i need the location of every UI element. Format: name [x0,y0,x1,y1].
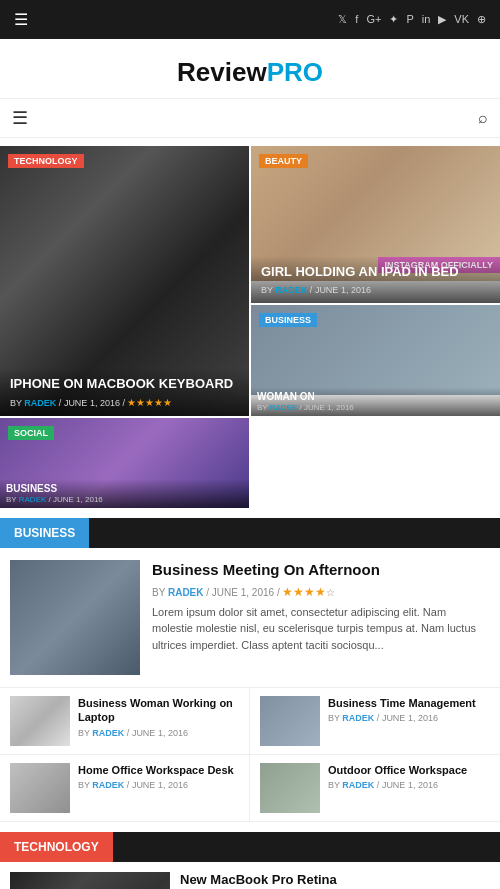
hero-main-meta: BY RADEK / JUNE 1, 2016 / ★★★★★ [10,397,239,408]
logo-text-black: Review [177,57,267,87]
small-article-image [10,696,70,746]
google-plus-icon[interactable]: G+ [366,13,381,26]
technology-article-title: New MacBook Pro Retina [180,872,490,889]
hero-main-caption: IPHONE ON MACBOOK KEYBOARD BY RADEK / JU… [0,368,249,416]
list-item[interactable]: Business Time Management BY RADEK / JUNE… [250,688,500,755]
technology-section-header: TECHNOLOGY [0,832,500,862]
site-logo[interactable]: ReviewPRO [0,57,500,88]
hero-main-item[interactable]: TECHNOLOGY IPHONE ON MACBOOK KEYBOARD BY… [0,146,249,416]
hero-top-right-item[interactable]: BEAUTY INSTAGRAM OFFICIALLY GIRL HOLDING… [251,146,500,303]
hamburger-menu-icon[interactable]: ☰ [14,10,28,29]
featured-article-content: Business Meeting On Afternoon BY RADEK /… [152,560,490,675]
small-articles-grid: Business Woman Working on Laptop BY RADE… [0,688,500,822]
logo-text-blue: PRO [267,57,323,87]
social-icons: 𝕏 f G+ ✦ P in ▶ VK ⊕ [338,13,486,26]
rss-icon[interactable]: ⊕ [477,13,486,26]
hero-grid: TECHNOLOGY IPHONE ON MACBOOK KEYBOARD BY… [0,146,500,508]
business-section-tag[interactable]: BUSINESS [0,518,89,548]
technology-article[interactable]: New MacBook Pro Retina BY RADEK / JUNE 1… [0,862,500,889]
technology-article-content: New MacBook Pro Retina BY RADEK / JUNE 1… [180,872,490,889]
featured-article[interactable]: Business Meeting On Afternoon BY RADEK /… [0,548,500,688]
business-section-header: BUSINESS [0,518,500,548]
hero-bottom-right-item[interactable]: SOCIAL BUSINESS BY RADEK / JUNE 1, 2016 [0,418,249,508]
list-item[interactable]: Home Office Workspace Desk BY RADEK / JU… [0,755,250,822]
hero-top-right-meta: BY RADEK / JUNE 1, 2016 [261,285,490,295]
small-article-title: Home Office Workspace Desk [78,763,234,777]
small-article-meta: BY RADEK / JUNE 1, 2016 [78,780,234,790]
linkedin-icon[interactable]: in [422,13,431,26]
small-article-title: Business Time Management [328,696,476,710]
featured-article-author: RADEK [168,587,204,598]
hero-main-tag: TECHNOLOGY [8,154,84,168]
small-article-content: Business Woman Working on Laptop BY RADE… [78,696,239,738]
list-item[interactable]: Outdoor Office Workspace BY RADEK / JUNE… [250,755,500,822]
hero-main-author: RADEK [24,398,56,408]
technology-article-main-image [10,872,170,889]
technology-section-tag[interactable]: TECHNOLOGY [0,832,113,862]
featured-article-description: Lorem ipsum dolor sit amet, consectetur … [152,604,490,654]
twitter-icon[interactable]: 𝕏 [338,13,347,26]
hero-top-right-caption: GIRL HOLDING AN IPAD IN BED BY RADEK / J… [251,256,500,303]
small-article-image [260,696,320,746]
small-article-meta: BY RADEK / JUNE 1, 2016 [328,780,467,790]
hero-bottom-left-item[interactable]: BUSINESS WOMAN ON BY RADEK / JUNE 1, 201… [251,305,500,417]
featured-article-image [10,560,140,675]
youtube-icon[interactable]: ▶ [438,13,446,26]
hero-bottom-left-tag: BUSINESS [259,313,317,327]
list-item[interactable]: Business Woman Working on Laptop BY RADE… [0,688,250,755]
site-header: ReviewPRO [0,39,500,99]
nav-hamburger-icon[interactable]: ☰ [12,107,28,129]
hero-main-title: IPHONE ON MACBOOK KEYBOARD [10,376,239,393]
instagram-icon[interactable]: ✦ [389,13,398,26]
vk-icon[interactable]: VK [454,13,469,26]
small-article-image [10,763,70,813]
hero-bottom-left-caption: WOMAN ON BY RADEK / JUNE 1, 2016 [251,387,500,416]
small-article-title: Business Woman Working on Laptop [78,696,239,725]
small-article-content: Business Time Management BY RADEK / JUNE… [328,696,476,723]
small-article-title: Outdoor Office Workspace [328,763,467,777]
top-bar: ☰ 𝕏 f G+ ✦ P in ▶ VK ⊕ [0,0,500,39]
featured-article-title: Business Meeting On Afternoon [152,560,490,580]
pinterest-icon[interactable]: P [406,13,413,26]
technology-section: New MacBook Pro Retina BY RADEK / JUNE 1… [0,862,500,889]
small-article-image [260,763,320,813]
small-article-content: Home Office Workspace Desk BY RADEK / JU… [78,763,234,790]
small-article-meta: BY RADEK / JUNE 1, 2016 [78,728,239,738]
small-article-meta: BY RADEK / JUNE 1, 2016 [328,713,476,723]
hero-bottom-right-title: BUSINESS [6,483,243,495]
hero-bottom-right-meta: BY RADEK / JUNE 1, 2016 [6,495,243,504]
hero-bottom-right-tag: SOCIAL [8,426,54,440]
hero-top-right-tag: BEAUTY [259,154,308,168]
featured-article-meta: BY RADEK / JUNE 1, 2016 / ★★★★☆ [152,585,490,599]
hero-bottom-right-caption: BUSINESS BY RADEK / JUNE 1, 2016 [0,479,249,508]
hero-bottom-left-meta: BY RADEK / JUNE 1, 2016 [257,403,494,412]
hero-bottom-left-title: WOMAN ON [257,391,494,403]
sub-nav: ☰ ⌕ [0,99,500,138]
hero-top-right-title: GIRL HOLDING AN IPAD IN BED [261,264,490,281]
nav-search-icon[interactable]: ⌕ [478,109,488,127]
small-article-content: Outdoor Office Workspace BY RADEK / JUNE… [328,763,467,790]
facebook-icon[interactable]: f [355,13,358,26]
